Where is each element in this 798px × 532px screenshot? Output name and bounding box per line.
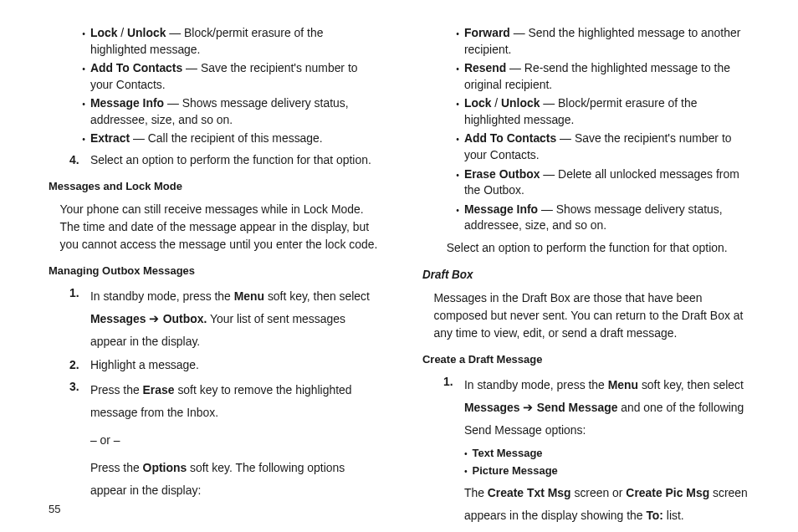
sub-bullet-text: Text Message bbox=[473, 446, 543, 461]
bullet-dot-icon: • bbox=[456, 202, 464, 234]
bullet-item: • Message Info — Shows message delivery … bbox=[456, 202, 752, 234]
right-column: • Forward — Send the highlighted message… bbox=[422, 25, 753, 524]
step-item: 4. Select an option to perform the funct… bbox=[69, 152, 379, 169]
bullet-text: Message Info — Shows message delivery st… bbox=[464, 202, 753, 234]
bullet-text: Forward — Send the highlighted message t… bbox=[464, 25, 753, 58]
bullet-item: • Extract — Call the recipient of this m… bbox=[82, 130, 378, 147]
bullet-text: Add To Contacts — Save the recipient's n… bbox=[464, 130, 753, 163]
paragraph: Your phone can still receive messages wh… bbox=[59, 201, 378, 253]
step-text: Select an option to perform the function… bbox=[90, 152, 379, 169]
or-separator: – or – bbox=[90, 432, 379, 449]
sub-bullet-item: • Picture Message bbox=[464, 463, 753, 478]
step-item: 2. Highlight a message. bbox=[69, 357, 379, 374]
paragraph: Select an option to perform the function… bbox=[447, 239, 753, 257]
bullet-item: • Add To Contacts — Save the recipient's… bbox=[456, 130, 752, 163]
bullet-text: Extract — Call the recipient of this mes… bbox=[90, 130, 379, 147]
bullet-text: Erase Outbox — Delete all unlocked messa… bbox=[464, 166, 753, 199]
step-number: 1. bbox=[443, 374, 464, 441]
bullet-dot-icon: • bbox=[456, 166, 464, 199]
bullet-text: Lock / Unlock — Block/permit erasure of … bbox=[464, 95, 753, 128]
step-text: Press the Erase soft key to remove the h… bbox=[90, 379, 379, 424]
bullet-text: Resend — Re-send the highlighted message… bbox=[464, 60, 753, 93]
bullet-text: Message Info — Shows message delivery st… bbox=[90, 95, 379, 128]
step-number: 4. bbox=[69, 152, 90, 169]
step-continuation: The Create Txt Msg screen or Create Pic … bbox=[464, 482, 753, 527]
step-item: 1. In standby mode, press the Menu soft … bbox=[443, 374, 753, 441]
step-number: 1. bbox=[69, 285, 90, 352]
bullet-dot-icon: • bbox=[456, 95, 464, 128]
bullet-item: • Lock / Unlock — Block/permit erasure o… bbox=[456, 95, 752, 128]
page-number: 55 bbox=[49, 503, 60, 515]
section-heading: Messages and Lock Mode bbox=[49, 179, 379, 194]
paragraph: Messages in the Draft Box are those that… bbox=[433, 289, 752, 342]
step-text: In standby mode, press the Menu soft key… bbox=[464, 374, 753, 441]
bullet-text: Add To Contacts — Save the recipient's n… bbox=[90, 60, 379, 93]
step-text: In standby mode, press the Menu soft key… bbox=[90, 285, 379, 352]
bullet-item: • Lock / Unlock — Block/permit erasure o… bbox=[82, 25, 378, 58]
manual-page: • Lock / Unlock — Block/permit erasure o… bbox=[0, 0, 798, 532]
step-number: 3. bbox=[69, 379, 90, 424]
step-item: 3. Press the Erase soft key to remove th… bbox=[69, 379, 379, 424]
sub-bullet-text: Picture Message bbox=[473, 463, 558, 478]
bullet-item: • Erase Outbox — Delete all unlocked mes… bbox=[456, 166, 752, 199]
left-column: • Lock / Unlock — Block/permit erasure o… bbox=[49, 25, 379, 524]
bullet-dot-icon: • bbox=[82, 60, 90, 93]
bullet-dot-icon: • bbox=[82, 95, 90, 128]
bullet-dot-icon: • bbox=[456, 60, 464, 93]
bullet-dot-icon: • bbox=[456, 25, 464, 58]
bullet-dot-icon: • bbox=[464, 446, 473, 461]
bullet-dot-icon: • bbox=[82, 130, 90, 147]
section-heading-italic: Draft Box bbox=[422, 267, 753, 283]
bullet-dot-icon: • bbox=[464, 463, 473, 478]
bullet-item: • Add To Contacts — Save the recipient's… bbox=[82, 60, 378, 93]
sub-bullet-item: • Text Message bbox=[464, 446, 753, 461]
step-item: 1. In standby mode, press the Menu soft … bbox=[69, 285, 379, 352]
bullet-item: • Resend — Re-send the highlighted messa… bbox=[456, 60, 752, 93]
section-heading: Managing Outbox Messages bbox=[49, 263, 379, 279]
bullet-item: • Message Info — Shows message delivery … bbox=[82, 95, 378, 128]
step-continuation: Press the Options soft key. The followin… bbox=[90, 457, 379, 502]
bullet-text: Lock / Unlock — Block/permit erasure of … bbox=[90, 25, 379, 58]
bullet-dot-icon: • bbox=[82, 25, 90, 58]
bullet-dot-icon: • bbox=[456, 130, 464, 163]
bullet-item: • Forward — Send the highlighted message… bbox=[456, 25, 752, 58]
section-heading: Create a Draft Message bbox=[422, 352, 753, 367]
step-text: Highlight a message. bbox=[90, 357, 379, 374]
step-number: 2. bbox=[69, 357, 90, 374]
